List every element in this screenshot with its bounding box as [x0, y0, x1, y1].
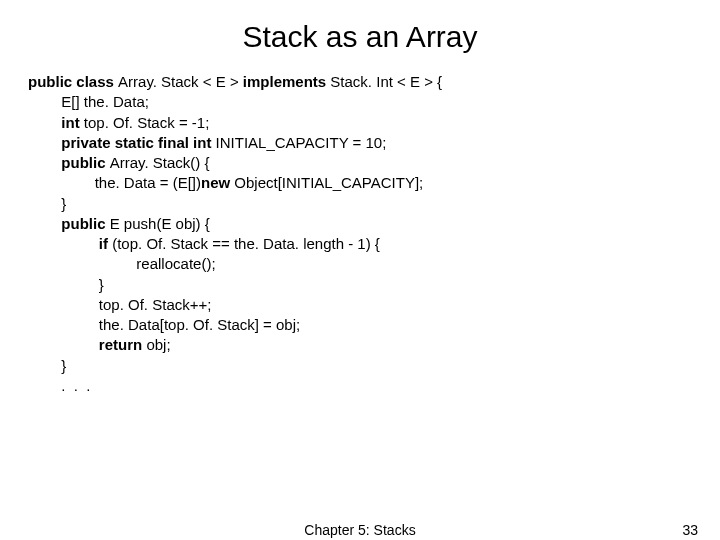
code-line: . . .	[28, 377, 91, 394]
txt: Object[INITIAL_CAPACITY];	[234, 174, 423, 191]
indent	[28, 154, 61, 171]
kw-public: public	[61, 215, 109, 232]
indent	[28, 336, 99, 353]
code-line: the. Data[top. Of. Stack] = obj;	[28, 316, 300, 333]
code-line: reallocate();	[28, 255, 216, 272]
txt: Stack. Int < E > {	[330, 73, 442, 90]
kw-if: if	[99, 235, 112, 252]
txt: E push(E obj) {	[110, 215, 210, 232]
indent	[28, 235, 99, 252]
txt: INITIAL_CAPACITY = 10;	[216, 134, 387, 151]
code-line: }	[28, 195, 66, 212]
kw-public-class: public class	[28, 73, 118, 90]
code-line: }	[28, 357, 66, 374]
txt: obj;	[146, 336, 170, 353]
txt: (top. Of. Stack == the. Data. length - 1…	[112, 235, 380, 252]
page-number: 33	[682, 522, 698, 538]
txt: Array. Stack() {	[110, 154, 210, 171]
slide: Stack as an Array public class Array. St…	[0, 0, 720, 540]
code-line: }	[28, 276, 104, 293]
kw-private-static-final-int: private static final int	[61, 134, 215, 151]
kw-new: new	[201, 174, 234, 191]
footer-chapter: Chapter 5: Stacks	[304, 522, 415, 538]
code-line: E[] the. Data;	[28, 93, 149, 110]
slide-title: Stack as an Array	[0, 0, 720, 72]
indent	[28, 215, 61, 232]
txt: top. Of. Stack = -1;	[84, 114, 209, 131]
code-block: public class Array. Stack < E > implemen…	[0, 72, 720, 396]
indent	[28, 134, 61, 151]
kw-implements: implements	[243, 73, 331, 90]
kw-int: int	[61, 114, 84, 131]
kw-public: public	[61, 154, 109, 171]
indent	[28, 114, 61, 131]
kw-return: return	[99, 336, 147, 353]
txt: Array. Stack < E >	[118, 73, 243, 90]
code-line: top. Of. Stack++;	[28, 296, 211, 313]
txt: the. Data = (E[])	[28, 174, 201, 191]
